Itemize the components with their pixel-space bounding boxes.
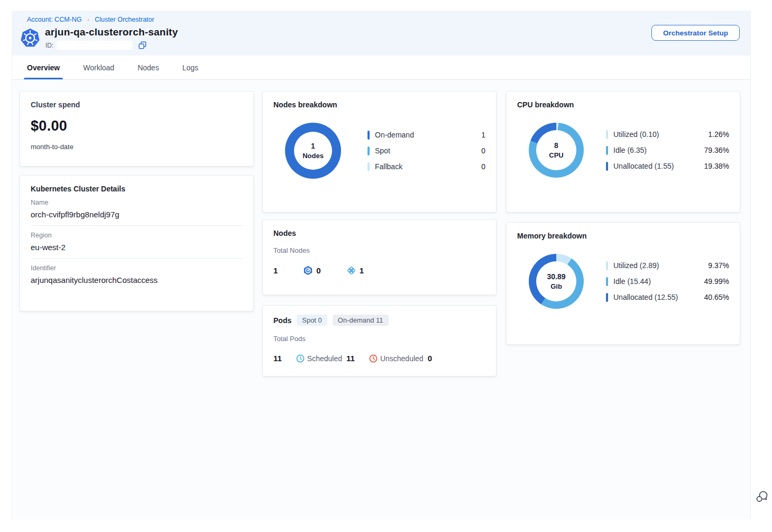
tab-logs[interactable]: Logs [182, 56, 198, 79]
nodes-breakdown-legend: On-demand 1 Spot 0 Fallback 0 [367, 131, 485, 171]
legend-value: 40.65% [704, 293, 729, 301]
breadcrumb-separator: › [87, 16, 89, 23]
nodes-breakdown-title: Nodes breakdown [273, 100, 485, 109]
unscheduled-clock-icon [369, 354, 378, 363]
memory-breakdown-title: Memory breakdown [517, 232, 729, 240]
breadcrumb: Account: CCM-NG › Cluster Orchestrator [27, 16, 154, 23]
spot-pods-chip: Spot 0 [297, 315, 327, 326]
field-label: Name [31, 199, 243, 206]
legend-value: 49.99% [704, 277, 729, 286]
legend-color-swatch [367, 131, 370, 140]
field-label: Identifier [31, 264, 243, 272]
legend-label: On-demand [375, 131, 481, 139]
donut-center-value: 8 [554, 141, 558, 150]
breadcrumb-cluster-orchestrator-link[interactable]: Cluster Orchestrator [95, 16, 154, 23]
legend-color-swatch [606, 261, 608, 270]
legend-value: 9.37% [708, 261, 729, 270]
field-value: eu-west-2 [31, 243, 243, 252]
detail-field-identifier: Identifier arjunqasanityclusterorchCosta… [31, 259, 243, 291]
legend-row-unallocated: Unallocated (12.55) 40.65% [606, 293, 729, 302]
field-label: Region [31, 232, 243, 239]
nodes-card: Nodes Total Nodes 1 0 1 [262, 219, 497, 295]
cluster-details-card: Kubernetes Cluster Details Name orch-cvi… [20, 175, 254, 311]
nodes-donut-chart: 1 Nodes [285, 123, 341, 179]
pods-title: Pods [273, 316, 291, 325]
legend-color-swatch [606, 162, 608, 171]
field-value: orch-cvifpfl9rbg8neldj97g [31, 210, 243, 219]
legend-color-swatch [606, 277, 608, 286]
total-nodes-value: 1 [273, 266, 278, 275]
scheduled-label: Scheduled [307, 354, 342, 363]
cluster-spend-period: month-to-date [31, 143, 243, 151]
legend-color-swatch [606, 130, 608, 139]
breadcrumb-account-link[interactable]: Account: CCM-NG [27, 16, 82, 23]
page-title: arjun-qa-clusterorch-sanity [45, 26, 178, 38]
total-pods-value: 11 [273, 354, 282, 363]
legend-row-spot: Spot 0 [367, 146, 485, 155]
cpu-breakdown-card: CPU breakdown 8 CPU Utilized (0.10) 1.26… [506, 91, 740, 213]
unscheduled-count: 0 [428, 354, 432, 363]
memory-breakdown-legend: Utilized (2.89) 9.37% Idle (15.44) 49.99… [606, 261, 729, 302]
cluster-orchestrator-page: Account: CCM-NG › Cluster Orchestrator a… [12, 11, 751, 519]
cluster-spend-amount: $0.00 [31, 118, 243, 134]
spot-nodes-count: 0 [316, 266, 320, 275]
tab-workload[interactable]: Workload [83, 56, 114, 79]
legend-value: 0 [481, 146, 485, 155]
donut-center-label: Gib [550, 282, 562, 290]
cluster-id-label: ID: [45, 42, 53, 49]
donut-center-value: 30.89 [547, 272, 565, 281]
donut-center-value: 1 [311, 142, 315, 150]
cluster-id-value [57, 41, 132, 50]
copy-id-icon[interactable] [139, 41, 146, 49]
pods-stats-row: 11 Scheduled 11 Unscheduled 0 [273, 354, 485, 363]
unscheduled-label: Unscheduled [380, 354, 424, 363]
legend-label: Spot [375, 146, 481, 155]
tab-bar: Overview Workload Nodes Logs [12, 56, 750, 80]
tab-overview[interactable]: Overview [27, 56, 60, 79]
legend-value: 1.26% [708, 130, 729, 139]
legend-value: 0 [481, 162, 485, 171]
total-nodes-label: Total Nodes [273, 246, 485, 254]
orchestrator-setup-button[interactable]: Orchestrator Setup [651, 25, 740, 41]
pods-title-row: Pods Spot 0 On-demand 11 [273, 315, 485, 326]
cpu-breakdown-legend: Utilized (0.10) 1.26% Idle (6.35) 79.36%… [606, 130, 729, 171]
nodes-title: Nodes [273, 229, 485, 237]
legend-row-idle: Idle (15.44) 49.99% [606, 277, 729, 286]
cluster-spend-title: Cluster spend [31, 100, 243, 109]
legend-color-swatch [367, 162, 370, 171]
legend-label: Unallocated (1.55) [613, 162, 704, 170]
spot-node-icon [303, 265, 313, 276]
nodes-breakdown-card: Nodes breakdown 1 Nodes On-demand 1 Spot… [262, 91, 497, 213]
on-demand-pods-chip: On-demand 11 [333, 315, 389, 326]
cluster-spend-card: Cluster spend $0.00 month-to-date [20, 91, 254, 167]
tab-nodes[interactable]: Nodes [137, 56, 159, 79]
cpu-breakdown-title: CPU breakdown [517, 100, 729, 109]
memory-breakdown-card: Memory breakdown 30.89 Gib Utilized (2.8… [506, 222, 740, 345]
legend-row-utilized: Utilized (2.89) 9.37% [606, 261, 729, 270]
legend-row-utilized: Utilized (0.10) 1.26% [606, 130, 729, 139]
page-header: Account: CCM-NG › Cluster Orchestrator a… [12, 11, 750, 56]
donut-center-label: Nodes [302, 152, 324, 160]
detail-field-region: Region eu-west-2 [31, 226, 243, 259]
cpu-donut-chart: 8 CPU [529, 123, 584, 178]
legend-label: Idle (15.44) [613, 277, 704, 286]
legend-label: Idle (6.35) [613, 146, 704, 154]
legend-value: 19.38% [704, 162, 729, 170]
legend-color-swatch [367, 146, 370, 155]
legend-row-unallocated: Unallocated (1.55) 19.38% [606, 162, 729, 171]
on-demand-node-icon [346, 265, 356, 276]
legend-label: Fallback [375, 162, 481, 171]
legend-color-swatch [606, 146, 608, 155]
legend-row-on-demand: On-demand 1 [367, 131, 485, 140]
scheduled-clock-icon [296, 354, 305, 363]
legend-row-idle: Idle (6.35) 79.36% [606, 146, 729, 155]
nodes-stats-row: 1 0 1 [273, 265, 485, 276]
memory-donut-chart: 30.89 Gib [529, 254, 584, 309]
legend-value: 79.36% [704, 146, 729, 154]
legend-label: Unallocated (12.55) [613, 293, 704, 301]
legend-label: Utilized (0.10) [613, 130, 708, 139]
chat-help-icon[interactable] [756, 490, 769, 503]
field-value: arjunqasanityclusterorchCostaccess [31, 276, 243, 285]
cluster-details-title: Kubernetes Cluster Details [31, 185, 243, 193]
on-demand-nodes-count: 1 [360, 266, 364, 275]
